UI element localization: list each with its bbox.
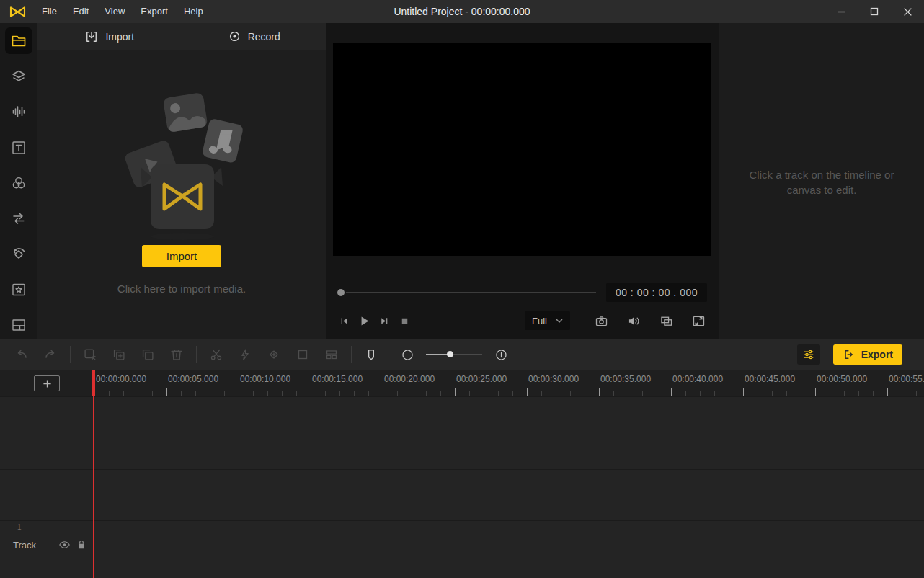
ruler-tick (772, 391, 773, 396)
menu-export[interactable]: Export (133, 0, 176, 23)
ruler-label: 00:00:20.000 (384, 374, 435, 384)
ruler-label: 00:00:05.000 (168, 374, 218, 384)
tab-import[interactable]: Import (37, 23, 182, 50)
import-button[interactable]: Import (142, 245, 221, 267)
close-button[interactable] (891, 0, 924, 23)
marker-button[interactable] (357, 344, 386, 365)
export-button-label: Export (861, 349, 893, 360)
ruler-label: 00:00:25.000 (456, 374, 507, 384)
next-frame-button[interactable] (378, 313, 391, 329)
menu-file[interactable]: File (34, 0, 65, 23)
ruler-tick (916, 391, 917, 396)
timeline-zoom-slider[interactable] (426, 344, 482, 365)
track-name: Track (13, 540, 36, 551)
delete-clip-button[interactable] (76, 344, 105, 365)
ruler-tick (527, 388, 528, 396)
sidebar-item-effects[interactable] (5, 276, 32, 303)
preview-zoom-select[interactable]: Full (525, 311, 570, 330)
sidebar-item-split-screen[interactable] (5, 312, 32, 339)
seek-track[interactable] (346, 292, 596, 293)
ruler-tick (296, 391, 297, 396)
ruler-tick (700, 391, 701, 396)
eye-icon (58, 540, 71, 550)
chevron-down-icon (556, 319, 563, 324)
crop-button[interactable] (288, 344, 317, 365)
trash-button[interactable] (162, 344, 191, 365)
ruler-tick (181, 391, 182, 396)
timecode-display: 00 : 00 : 00 . 000 (606, 283, 707, 302)
add-track-button[interactable] (34, 375, 60, 391)
timeline-lane-1[interactable] (0, 397, 924, 469)
media-panel: Import Record (37, 23, 326, 339)
sidebar-item-filters[interactable] (5, 169, 32, 196)
split-button[interactable] (202, 344, 231, 365)
sidebar-item-elements[interactable] (5, 63, 32, 89)
maximize-button[interactable] (858, 0, 891, 23)
fullscreen-button[interactable] (690, 312, 707, 329)
timeline: 00:00:00.00000:00:05.00000:00:10.00000:0… (0, 370, 924, 578)
text-box-icon (10, 139, 27, 156)
three-circles-icon (10, 174, 27, 192)
ruler-label: 00:00:15.000 (312, 374, 363, 384)
snapshot-button[interactable] (592, 312, 610, 329)
sidebar-item-media[interactable] (5, 27, 32, 54)
track-number: 1 (17, 523, 22, 531)
keyframe-button[interactable] (259, 344, 288, 365)
timeline-lane-2[interactable] (0, 470, 924, 520)
ruler-tick (858, 391, 859, 396)
playhead-handle[interactable] (92, 370, 95, 396)
copy-button[interactable] (105, 344, 133, 365)
ruler-label: 00:00:00.000 (96, 374, 146, 384)
sidebar-item-audio[interactable] (5, 99, 32, 125)
timeline-zoom-out-button[interactable] (393, 344, 422, 365)
stop-button[interactable] (398, 313, 412, 329)
ruler-tick (585, 391, 585, 396)
ruler-tick (498, 391, 499, 396)
waveform-icon (10, 103, 27, 120)
menu-edit[interactable]: Edit (65, 0, 97, 23)
ruler-tick (873, 391, 874, 396)
speed-button[interactable] (231, 344, 259, 365)
ruler-tick (642, 391, 643, 396)
ruler-tick (455, 388, 456, 396)
ruler-tick (484, 391, 484, 396)
timeline-zoom-in-button[interactable] (487, 344, 515, 365)
track-row[interactable]: 1 Track (0, 521, 924, 578)
menu-help[interactable]: Help (176, 0, 211, 23)
ruler-tick (253, 391, 254, 396)
export-button[interactable]: Export (833, 344, 902, 365)
adjustment-button[interactable] (797, 344, 820, 365)
ruler-tick (152, 391, 153, 396)
sidebar-item-transitions[interactable] (5, 205, 32, 232)
track-lock-toggle[interactable] (75, 539, 88, 551)
previous-frame-button[interactable] (337, 313, 351, 329)
minimize-button[interactable] (825, 0, 858, 23)
ruler-tick (801, 391, 801, 396)
track-visibility-toggle[interactable] (58, 539, 71, 551)
ruler-tick (210, 391, 210, 396)
undo-button[interactable] (7, 344, 36, 365)
ruler-tick (743, 388, 744, 396)
split-screen-button[interactable] (317, 344, 346, 365)
volume-button[interactable] (625, 312, 642, 329)
ruler-tick (830, 391, 830, 396)
record-dot-icon (228, 30, 241, 43)
tab-record[interactable]: Record (182, 23, 326, 50)
menu-view[interactable]: View (97, 0, 133, 23)
ruler-tick (123, 391, 124, 396)
multi-screen-button[interactable] (657, 312, 675, 329)
ruler-tick (138, 391, 138, 396)
zoom-slider-handle[interactable] (447, 351, 453, 357)
seek-handle[interactable] (337, 289, 345, 296)
redo-button[interactable] (36, 344, 65, 365)
ruler-tick (383, 388, 383, 396)
timeline-ruler-scale[interactable]: 00:00:00.00000:00:05.00000:00:10.00000:0… (0, 370, 924, 396)
rotate-diamond-icon (10, 246, 27, 263)
paste-button[interactable] (133, 344, 162, 365)
preview-panel: 00 : 00 : 00 . 000 Full (326, 23, 719, 339)
sidebar-item-text[interactable] (5, 134, 32, 161)
star-box-icon (10, 281, 27, 298)
ruler-tick (844, 391, 845, 396)
play-button[interactable] (357, 313, 371, 329)
sidebar-item-animations[interactable] (5, 241, 32, 267)
